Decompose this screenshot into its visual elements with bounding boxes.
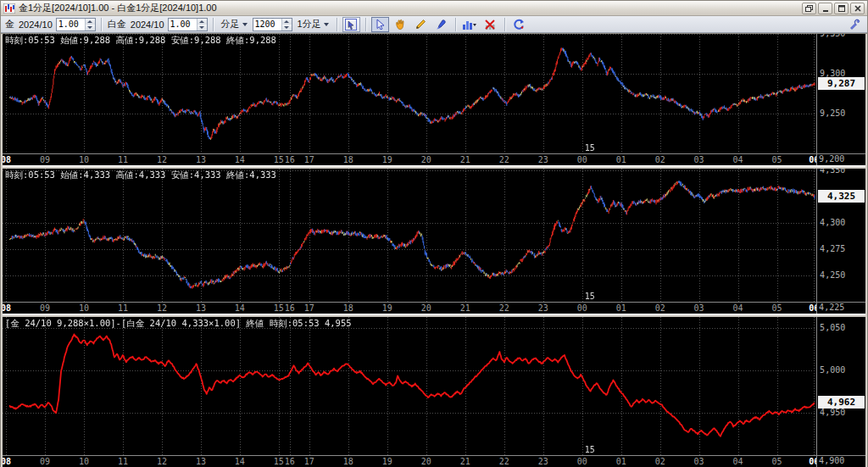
time-tick-label: 12 xyxy=(157,303,167,313)
app-window: 金1分足[2024/10]1.00 - 白金1分足[2024/10]1.00 xyxy=(0,0,868,467)
time-tick-label: 22 xyxy=(499,457,509,466)
time-tick-label: 15 xyxy=(274,457,284,466)
current-price-box: 4,962 xyxy=(818,396,865,409)
gold-time-axis: 0809101112131415161718192021222300010203… xyxy=(3,153,865,165)
chart-canvas-2[interactable] xyxy=(3,317,816,455)
date-marker: 15 xyxy=(585,143,595,153)
time-tick-label: 12 xyxy=(157,155,167,164)
time-tick-label: 17 xyxy=(304,303,314,313)
maximize-button[interactable] xyxy=(834,3,849,14)
gold-multiplier-input[interactable] xyxy=(57,19,85,31)
time-tick-label: 03 xyxy=(694,457,704,466)
time-tick-label: 16 xyxy=(285,155,295,164)
time-tick-label: 18 xyxy=(343,457,353,466)
date-marker: 15 xyxy=(585,292,595,301)
time-tick-label: 17 xyxy=(304,155,314,164)
platinum-bottom-tick: 4,225 xyxy=(816,303,865,314)
chart-pointer-tool-button[interactable] xyxy=(342,17,360,32)
time-tick-label: 05 xyxy=(772,457,782,466)
toolbar-separator xyxy=(504,18,505,31)
spread-time-labels: 0809101112131415161718192021222300010203… xyxy=(3,456,816,467)
app-icon xyxy=(3,3,15,14)
pencil-draw-button[interactable] xyxy=(412,17,430,32)
toolbar: 金 2024/10 白金 2024/10 分足 1分足 xyxy=(1,16,867,33)
time-tick-label: 23 xyxy=(538,303,548,313)
time-tick-label: 18 xyxy=(343,303,353,313)
maximize-icon xyxy=(838,5,845,12)
close-icon xyxy=(854,5,861,12)
current-price-box: 9,287 xyxy=(818,77,865,90)
gold-chart-plot[interactable]: 時刻:05:53 始値:9,288 高値:9,288 安値:9,288 終値:9… xyxy=(3,34,816,153)
time-tick-label: 08 xyxy=(3,303,11,313)
bar-count-spin-arrows[interactable] xyxy=(281,19,292,31)
time-tick-label: 02 xyxy=(655,155,665,164)
hand-pan-button[interactable] xyxy=(392,17,409,32)
float-window-icon xyxy=(805,5,813,12)
delete-indicator-button[interactable] xyxy=(481,17,499,32)
gold-multiplier-spin-arrows[interactable] xyxy=(85,19,95,31)
chart-canvas-1[interactable] xyxy=(3,169,816,302)
time-tick-label: 10 xyxy=(79,457,89,466)
gold-chart-panel: 時刻:05:53 始値:9,288 高値:9,288 安値:9,288 終値:9… xyxy=(3,34,865,165)
platinum-multiplier-input[interactable] xyxy=(169,19,197,31)
hand-pan-icon xyxy=(394,19,406,31)
chart-canvas-0[interactable] xyxy=(3,34,816,153)
time-tick-label: 14 xyxy=(235,457,245,466)
time-tick-label: 06 xyxy=(809,303,816,313)
gold-label: 金 xyxy=(4,18,15,31)
platinum-chart-panel: 時刻:05:53 始値:4,333 高値:4,333 安値:4,333 終値:4… xyxy=(3,169,865,314)
minimize-button[interactable] xyxy=(818,3,832,14)
time-tick-label: 19 xyxy=(382,303,392,313)
time-tick-label: 04 xyxy=(733,155,743,164)
marker-draw-button[interactable] xyxy=(432,17,450,32)
time-tick-label: 15 xyxy=(274,155,284,164)
gold-contract-month: 2024/10 xyxy=(18,19,53,30)
toolbar-separator xyxy=(337,18,337,31)
bar-type-dropdown[interactable]: 分足 xyxy=(219,17,250,31)
time-tick-label: 00 xyxy=(577,457,587,466)
time-tick-label: 20 xyxy=(421,155,431,164)
time-tick-label: 05 xyxy=(772,155,782,164)
platinum-chart-plot[interactable]: 時刻:05:53 始値:4,333 高値:4,333 安値:4,333 終値:4… xyxy=(3,169,816,302)
pencil-icon xyxy=(415,19,426,31)
time-tick-label: 02 xyxy=(655,303,665,313)
time-tick-label: 14 xyxy=(235,155,245,164)
time-tick-label: 09 xyxy=(40,303,50,313)
bar-chart-icon xyxy=(462,19,477,31)
bar-count-input[interactable] xyxy=(253,19,281,31)
time-tick-label: 20 xyxy=(421,303,431,313)
chart-area: 時刻:05:53 始値:9,288 高値:9,288 安値:9,288 終値:9… xyxy=(1,33,867,467)
spread-chart-panel: [金 24/10 9,288×1.00]-[白金 24/10 4,333×1.0… xyxy=(3,317,865,467)
date-marker: 15 xyxy=(585,445,595,454)
chevron-down-icon xyxy=(242,23,248,26)
refresh-button[interactable] xyxy=(510,17,528,32)
time-tick-label: 08 xyxy=(3,155,11,164)
spread-time-axis: 0809101112131415161718192021222300010203… xyxy=(3,455,865,467)
spread-price-axis: 5,0505,0004,9504,962 xyxy=(816,317,865,455)
time-tick-label: 19 xyxy=(382,457,392,466)
bar-chart-menu-button[interactable] xyxy=(461,17,479,32)
float-window-button[interactable] xyxy=(802,3,816,14)
spread-chart-plot[interactable]: [金 24/10 9,288×1.00]-[白金 24/10 4,333×1.0… xyxy=(3,317,816,455)
time-tick-label: 16 xyxy=(285,457,295,466)
time-tick-label: 00 xyxy=(577,303,587,313)
time-tick-label: 15 xyxy=(274,303,284,313)
time-tick-label: 18 xyxy=(343,155,353,164)
interval-dropdown[interactable]: 1分足 xyxy=(295,17,331,31)
gold-price-axis: 9,3509,3009,2509,287 xyxy=(816,34,865,153)
settings-wrench-button[interactable] xyxy=(846,17,864,32)
time-tick-label: 00 xyxy=(577,155,587,164)
time-tick-label: 13 xyxy=(196,457,206,466)
platinum-label: 白金 xyxy=(107,18,127,31)
title-bar: 金1分足[2024/10]1.00 - 白金1分足[2024/10]1.00 xyxy=(1,1,867,16)
time-tick-label: 09 xyxy=(40,457,50,466)
select-cursor-button[interactable] xyxy=(371,17,389,32)
close-button[interactable] xyxy=(850,3,865,14)
chevron-down-icon xyxy=(324,23,329,26)
minimize-icon xyxy=(822,5,829,12)
toolbar-separator xyxy=(213,18,214,31)
platinum-multiplier-spin-arrows[interactable] xyxy=(197,19,207,31)
platinum-price-axis: 4,3504,3004,2754,2504,325 xyxy=(816,169,865,302)
marker-icon xyxy=(435,19,447,31)
platinum-time-labels: 0809101112131415161718192021222300010203… xyxy=(3,303,816,314)
